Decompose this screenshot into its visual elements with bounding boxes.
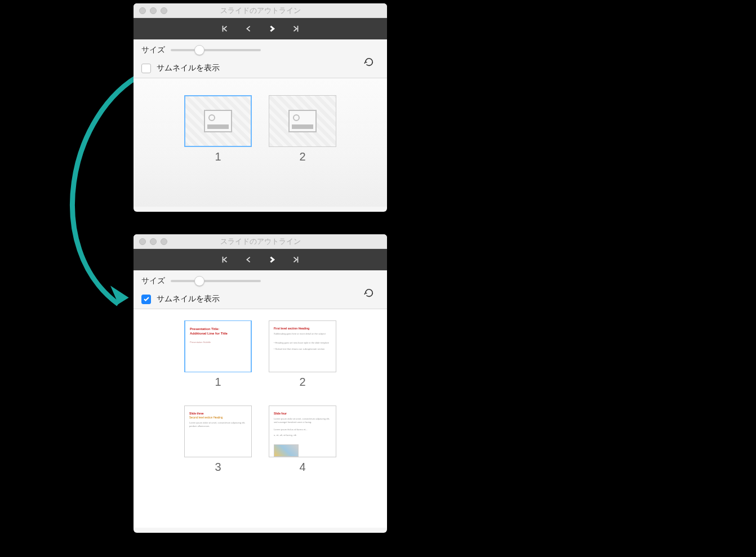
minimize-icon[interactable]: [150, 238, 157, 245]
size-slider[interactable]: [171, 46, 261, 55]
first-slide-button[interactable]: [219, 23, 230, 34]
slider-thumb[interactable]: [194, 276, 204, 286]
slide-image-placeholder: [274, 444, 299, 457]
slide-thumbnail[interactable]: First level section Heading Subheading g…: [269, 320, 336, 389]
slide-thumbnail[interactable]: Slide three Second level section Heading…: [184, 406, 252, 474]
slide-body-text: Lorem ipsum titulus sit lacera et...: [274, 428, 331, 431]
slider-thumb[interactable]: [194, 45, 204, 55]
slide-number: 1: [215, 150, 221, 163]
close-icon[interactable]: [139, 238, 146, 245]
slide-thumbnail[interactable]: Slide four Lorem ipsum dolor sit amet, c…: [269, 406, 336, 474]
size-slider[interactable]: [171, 277, 261, 286]
size-label: サイズ: [141, 276, 165, 286]
slide-title-text: Presentation Title:: [190, 327, 246, 331]
show-thumbnails-label: サムネイルを表示: [157, 63, 220, 73]
last-slide-button[interactable]: [290, 254, 301, 265]
slide-subheading-text: Second level section Heading: [189, 416, 247, 419]
window-title: スライドのアウトライン: [139, 6, 381, 16]
slide-thumbnail[interactable]: 1: [184, 95, 252, 163]
size-label: サイズ: [141, 45, 165, 55]
prev-slide-button[interactable]: [243, 254, 254, 265]
maximize-icon[interactable]: [161, 7, 167, 14]
slide-thumbnail[interactable]: Presentation Title: Additional Line for …: [184, 320, 252, 389]
outline-window-checked: スライドのアウトライン サイズ サムネイルを表示 Pr: [134, 234, 387, 533]
traffic-lights: [139, 238, 167, 245]
first-slide-button[interactable]: [219, 254, 230, 265]
slide-preview: Presentation Title: Additional Line for …: [184, 320, 252, 372]
thumbnail-area: 1 2: [134, 78, 387, 207]
show-thumbnails-checkbox[interactable]: [141, 295, 151, 304]
slide-bullet-text: • Heading goes set new base style in the…: [274, 341, 331, 345]
maximize-icon[interactable]: [161, 238, 167, 245]
thumbnail-area: Presentation Title: Additional Line for …: [134, 309, 387, 528]
controls-panel: サイズ サムネイルを表示: [134, 39, 387, 78]
slide-number: 2: [299, 376, 305, 389]
placeholder-image-icon: [184, 95, 252, 147]
window-title: スライドのアウトライン: [139, 237, 381, 247]
placeholder-image-icon: [269, 95, 336, 147]
nav-toolbar: [134, 249, 387, 270]
slide-body-text: Lorem ipsum dolor sit amet, consectetum …: [189, 421, 247, 429]
slide-number: 3: [215, 461, 221, 474]
refresh-button[interactable]: [362, 55, 376, 69]
slide-subtitle-text: Presentation Subtitle: [190, 341, 246, 344]
next-slide-button[interactable]: [266, 23, 278, 34]
refresh-button[interactable]: [362, 286, 376, 300]
slide-preview: Slide three Second level section Heading…: [184, 406, 252, 457]
slide-number: 2: [299, 150, 305, 163]
controls-panel: サイズ サムネイルを表示: [134, 270, 387, 309]
next-slide-button[interactable]: [266, 254, 278, 265]
titlebar: スライドのアウトライン: [134, 3, 387, 18]
slide-heading-text: Slide three: [189, 412, 247, 415]
slide-number: 1: [215, 376, 221, 389]
slide-body-text: Subheading goes here or more detail on t…: [274, 332, 331, 336]
show-thumbnails-label: サムネイルを表示: [157, 294, 220, 304]
outline-window-unchecked: スライドのアウトライン サイズ サムネイルを表示 1 2: [134, 3, 387, 212]
slide-heading-text: First level section Heading: [274, 327, 331, 330]
slide-bullet-text: • Subset text that shows can subcaptiona…: [274, 347, 331, 351]
prev-slide-button[interactable]: [243, 23, 254, 34]
close-icon[interactable]: [139, 7, 146, 14]
nav-toolbar: [134, 18, 387, 39]
slide-heading-text: Slide four: [274, 412, 331, 415]
slide-body-text: Lorem ipsum dolor sit amet, consectetum …: [274, 417, 331, 425]
slide-thumbnail[interactable]: 2: [269, 95, 336, 163]
last-slide-button[interactable]: [290, 23, 301, 34]
slide-preview: First level section Heading Subheading g…: [269, 320, 336, 372]
slide-title-text: Additional Line for Title: [190, 331, 246, 336]
svg-marker-0: [106, 286, 131, 306]
show-thumbnails-checkbox[interactable]: [141, 64, 151, 73]
slide-body-text: a, sit, alt, sit lacing, vib: [274, 434, 331, 437]
titlebar: スライドのアウトライン: [134, 234, 387, 249]
slide-number: 4: [299, 461, 305, 474]
traffic-lights: [139, 7, 167, 14]
slide-preview: Slide four Lorem ipsum dolor sit amet, c…: [269, 406, 336, 457]
minimize-icon[interactable]: [150, 7, 157, 14]
